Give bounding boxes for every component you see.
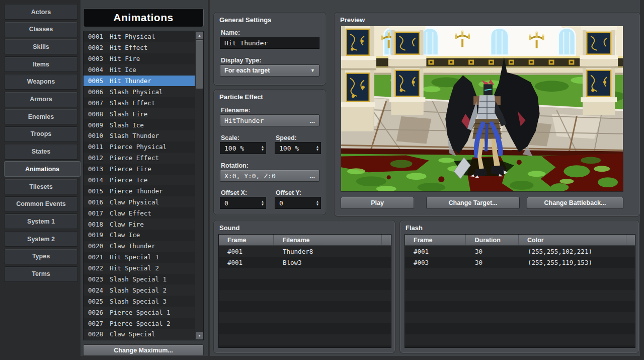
spin-down-icon: ▼	[262, 148, 264, 151]
list-item[interactable]: 0025Slash Special 3	[84, 296, 195, 307]
list-item[interactable]: 0021Hit Special 1	[84, 252, 195, 263]
list-item[interactable]: 0027Pierce Special 2	[84, 318, 195, 329]
list-item[interactable]: 0012Pierce Effect	[84, 153, 195, 164]
list-item[interactable]: 0004Hit Ice	[84, 64, 195, 76]
scroll-thumb[interactable]	[196, 40, 203, 89]
list-item[interactable]: 0017Claw Effect	[84, 207, 195, 219]
table-row[interactable]: #003 30 (255,255,119,153)	[405, 257, 635, 268]
table-row[interactable]: #001 Thunder8	[219, 246, 391, 257]
speed-stepper[interactable]: 100 % ▲▼	[275, 142, 321, 154]
sidebar-tab[interactable]: Skills	[4, 39, 78, 54]
list-item[interactable]: 0007Slash Effect	[84, 97, 195, 108]
battleback-scene	[341, 26, 623, 191]
general-settings-panel: General Settings Name: Hit Thunder Displ…	[214, 13, 326, 85]
sound-table[interactable]: Frame Filename #001 Thunder8 #001 Blow3	[218, 234, 391, 348]
flash-panel: Flash Frame Duration Color #001 30 (255,…	[400, 221, 639, 353]
speed-label: Speed:	[276, 134, 297, 141]
animations-list[interactable]: 0001Hit Physical 0002Hit Effect 0003Hit …	[83, 31, 204, 340]
sidebar-tab[interactable]: Enemies	[4, 109, 78, 124]
offset-x-stepper[interactable]: 0 ▲▼	[220, 197, 266, 209]
sidebar-tab[interactable]: Items	[4, 56, 78, 72]
arrow-down-icon: ▼	[198, 334, 201, 337]
list-item[interactable]: 0009Slash Ice	[84, 119, 195, 130]
sidebar-tab[interactable]: System 1	[4, 213, 78, 229]
sidebar-tab[interactable]: Animations	[4, 161, 80, 177]
list-item[interactable]: 0023Slash Special 1	[84, 274, 195, 285]
list-item[interactable]: 0015Pierce Thunder	[84, 185, 195, 196]
preview-panel: Preview	[335, 13, 640, 216]
sidebar-tab[interactable]: Common Events	[4, 196, 78, 212]
table-row[interactable]: #001 Blow3	[219, 257, 391, 268]
panel-title: Flash	[406, 224, 423, 232]
list-item[interactable]: 0006Slash Physical	[84, 86, 195, 97]
column-header-spacer	[382, 235, 391, 245]
list-item[interactable]: 0028Claw Special	[84, 329, 195, 340]
change-maximum-button[interactable]: Change Maximum...	[83, 344, 204, 356]
list-item[interactable]: 0001Hit Physical	[84, 31, 195, 42]
sidebar-tab[interactable]: Classes	[4, 22, 78, 37]
list-item[interactable]: 0024Slash Special 2	[84, 284, 195, 296]
sound-panel: Sound Frame Filename #001 Thunder8 #001 …	[214, 221, 395, 353]
display-type-select[interactable]: For each target ▼	[220, 64, 319, 77]
panel-title: Particle Effect	[219, 93, 263, 101]
offset-y-label: Offset Y:	[276, 189, 301, 196]
column-header[interactable]: Frame	[405, 235, 466, 245]
sidebar-tab[interactable]: Troops	[4, 126, 78, 142]
list-item[interactable]: 0016Claw Physical	[84, 196, 195, 207]
filename-label: Filename:	[221, 107, 250, 114]
list-item[interactable]: 0020Claw Thunder	[84, 241, 195, 252]
browse-icon: ...	[309, 172, 315, 180]
panel-title: General Settings	[219, 16, 271, 24]
spin-down-icon: ▼	[316, 148, 318, 151]
list-item[interactable]: 0003Hit Fire	[84, 53, 195, 64]
sidebar-tab[interactable]: Types	[4, 249, 78, 264]
sidebar-tab[interactable]: States	[4, 144, 78, 160]
sidebar-tab[interactable]: Tilesets	[4, 179, 78, 194]
database-category-sidebar: Actors Classes Skills Items Weapons Armo…	[0, 0, 80, 360]
sidebar-tab[interactable]: Weapons	[4, 74, 78, 90]
scale-stepper[interactable]: 100 % ▲▼	[220, 142, 266, 154]
list-item[interactable]: 0008Slash Fire	[84, 108, 195, 119]
offset-y-stepper[interactable]: 0 ▲▼	[275, 197, 321, 209]
sound-table-header: Frame Filename	[219, 235, 391, 246]
scroll-up-button[interactable]: ▲	[196, 32, 203, 39]
sidebar-tab[interactable]: Terms	[4, 266, 78, 282]
window-edge-right	[640, 0, 644, 360]
list-item[interactable]: 0019Claw Ice	[84, 230, 195, 241]
flash-table[interactable]: Frame Duration Color #001 30 (255,255,10…	[405, 234, 635, 348]
change-target-button[interactable]: Change Target...	[426, 197, 520, 209]
list-item[interactable]: 0002Hit Effect	[84, 42, 195, 53]
scroll-down-button[interactable]: ▼	[196, 332, 203, 339]
column-header[interactable]: Filename	[274, 235, 382, 245]
play-button[interactable]: Play	[341, 197, 414, 209]
column-header[interactable]: Color	[519, 235, 626, 245]
offset-x-label: Offset X:	[221, 189, 247, 196]
spin-down-icon: ▼	[262, 203, 264, 206]
sidebar-tab[interactable]: System 2	[4, 231, 78, 247]
table-row[interactable]: #001 30 (255,255,102,221)	[405, 246, 635, 257]
list-item[interactable]: 0026Pierce Special 1	[84, 307, 195, 318]
arrow-up-icon: ▲	[198, 34, 201, 37]
window-edge-bottom	[80, 356, 644, 360]
flash-table-header: Frame Duration Color	[405, 235, 635, 246]
list-title: Animations	[83, 8, 204, 27]
list-item[interactable]: 0018Claw Fire	[84, 219, 195, 230]
sidebar-tab[interactable]: Armors	[4, 92, 78, 107]
list-item[interactable]: 0022Hit Special 2	[84, 263, 195, 274]
list-item[interactable]: 0011Pierce Physical	[84, 141, 195, 153]
name-input[interactable]: Hit Thunder	[220, 37, 319, 49]
scale-label: Scale:	[221, 134, 239, 141]
column-header[interactable]: Frame	[219, 235, 274, 245]
filename-picker[interactable]: HitThunder ...	[220, 114, 319, 126]
list-item[interactable]: 0014Pierce Ice	[84, 175, 195, 186]
chevron-down-icon: ▼	[310, 68, 315, 73]
list-scrollbar[interactable]: ▲ ▼	[195, 31, 203, 340]
list-item[interactable]: 0005Hit Thunder	[84, 76, 195, 87]
rotation-picker[interactable]: X:0, Y:0, Z:0 ...	[220, 170, 319, 182]
change-battleback-button[interactable]: Change Battleback...	[527, 197, 623, 209]
rotation-label: Rotation:	[221, 162, 249, 169]
column-header[interactable]: Duration	[466, 235, 519, 245]
list-item[interactable]: 0010Slash Thunder	[84, 130, 195, 141]
list-item[interactable]: 0013Pierce Fire	[84, 164, 195, 175]
sidebar-tab[interactable]: Actors	[4, 4, 78, 20]
